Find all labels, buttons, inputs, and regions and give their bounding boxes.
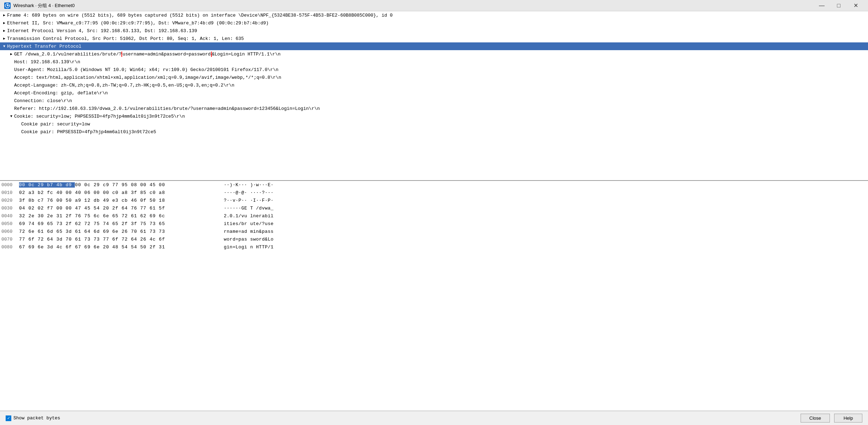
hex-byte: 64	[84, 229, 94, 234]
hex-byte: 73	[84, 237, 94, 242]
tree-row-ip[interactable]: ▶Internet Protocol Version 4, Src: 192.1…	[0, 27, 868, 35]
tree-row-frame[interactable]: ▶Frame 4: 689 bytes on wire (5512 bits),…	[0, 11, 868, 19]
hex-byte: 72	[19, 229, 28, 234]
hex-bytes: 32 2e 30 2e 31 2f 76 75 6c 6e 65 72 61 6…	[19, 213, 224, 219]
close-button[interactable]: Close	[801, 414, 830, 423]
hex-byte: 65	[112, 221, 121, 226]
hex-byte: a8	[159, 190, 165, 195]
tree-row-accept-enc[interactable]: Accept-Encoding: gzip, deflate\r\n	[0, 89, 868, 97]
hex-byte: 85	[140, 190, 149, 195]
hex-byte: 6f	[112, 237, 121, 242]
hex-byte: 2f	[66, 221, 75, 226]
tree-row-referer[interactable]: Referer: http://192.168.63.139/dvwa_2.0.…	[0, 105, 868, 112]
app-icon	[4, 2, 11, 9]
hex-row[interactable]: 004032 2e 30 2e 31 2f 76 75 6c 6e 65 72 …	[0, 212, 868, 220]
tree-row-http[interactable]: ▼Hypertext Transfer Protocol	[0, 42, 868, 50]
tree-row-tcp[interactable]: ▶Transmission Control Protocol, Src Port…	[0, 35, 868, 42]
hex-byte: 77	[19, 237, 28, 242]
hex-byte: a3	[28, 190, 37, 195]
hex-byte: 65	[47, 221, 56, 226]
hex-byte: 61	[75, 237, 84, 242]
hex-row[interactable]: 005069 74 69 65 73 2f 62 72 75 74 65 2f …	[0, 220, 868, 228]
tree-row-ethernet[interactable]: ▶Ethernet II, Src: VMware_c9:77:95 (00:0…	[0, 19, 868, 27]
tree-row-cookie-phpsessid[interactable]: Cookie pair: PHPSESSID=4fp7hjp4mm6alt0ij…	[0, 128, 868, 136]
hex-byte: 00	[159, 182, 165, 188]
tree-row-host[interactable]: Host: 192.168.63.139\r\n	[0, 58, 868, 66]
hex-offset: 0070	[1, 237, 19, 242]
hex-byte: b7	[47, 182, 56, 188]
hex-ascii: ······GE T /dvwa_	[224, 206, 867, 211]
hex-byte: 2f	[112, 206, 121, 211]
tree-row-accept[interactable]: Accept: text/html,application/xhtml+xml,…	[0, 73, 868, 81]
hex-row[interactable]: 006072 6e 61 6d 65 3d 61 64 6d 69 6e 26 …	[0, 228, 868, 235]
hex-byte: 74	[28, 221, 37, 226]
hex-panel[interactable]: 000000 0c 29 b7 4b d9 00 0c 29 c9 77 95 …	[0, 181, 868, 411]
hex-byte: cb	[121, 198, 131, 203]
hex-byte: 48	[112, 244, 121, 250]
hex-byte: 08	[131, 182, 140, 188]
hex-byte: 00	[103, 190, 112, 195]
tree-text: Cookie pair: security=low	[21, 122, 868, 127]
tree-row-get[interactable]: ▶GET /dvwa_2.0.1/vulnerabilities/brute/?…	[0, 50, 868, 58]
tree-text: Cookie: security=low; PHPSESSID=4fp7hjp4…	[14, 114, 868, 119]
show-packet-bytes-label[interactable]: Show packet bytes	[6, 415, 60, 421]
hex-byte: 47	[75, 206, 84, 211]
hex-byte: 3d	[66, 229, 75, 234]
hex-offset: 0000	[1, 182, 19, 188]
hex-byte: 2f	[121, 221, 131, 226]
minimize-button[interactable]: —	[814, 0, 830, 11]
hex-byte: 54	[131, 244, 140, 250]
help-button[interactable]: Help	[834, 414, 862, 423]
tree-row-cookie-security[interactable]: Cookie pair: security=low	[0, 120, 868, 128]
hex-byte: 20	[103, 244, 112, 250]
hex-byte: 6e	[112, 229, 121, 234]
hex-byte: 2e	[28, 213, 37, 219]
maximize-button[interactable]: □	[831, 0, 847, 11]
hex-offset: 0050	[1, 221, 19, 226]
hex-byte: 0c	[28, 182, 37, 188]
hex-byte: c9	[103, 182, 112, 188]
hex-byte: 73	[150, 229, 159, 234]
hex-row[interactable]: 003004 02 02 f7 00 00 47 45 54 20 2f 64 …	[0, 204, 868, 212]
tree-text: Accept: text/html,application/xhtml+xml,…	[14, 75, 868, 80]
hex-byte: 40	[75, 190, 84, 195]
close-button[interactable]: ✕	[848, 0, 864, 11]
hex-byte: 50	[140, 244, 149, 250]
hex-ascii: ities/br ute/?use	[224, 221, 867, 226]
hex-offset: 0040	[1, 213, 19, 219]
hex-byte: a8	[121, 190, 131, 195]
hex-bytes: 67 69 6e 3d 4c 6f 67 69 6e 20 48 54 54 5…	[19, 244, 224, 250]
show-packet-bytes-checkbox[interactable]	[6, 415, 11, 421]
packet-detail-panel[interactable]: ▶Frame 4: 689 bytes on wire (5512 bits),…	[0, 11, 868, 181]
tree-row-accept-lang[interactable]: Accept-Language: zh-CN,zh;q=0.8,zh-TW;q=…	[0, 81, 868, 89]
hex-byte: 62	[75, 221, 84, 226]
hex-row[interactable]: 008067 69 6e 3d 4c 6f 67 69 6e 20 48 54 …	[0, 243, 868, 251]
hex-byte: 26	[140, 237, 149, 242]
hex-byte: 6c	[159, 213, 165, 219]
hex-byte: 61	[38, 229, 47, 234]
hex-byte: 4c	[150, 237, 159, 242]
hex-byte: 75	[94, 221, 103, 226]
hex-byte: 64	[47, 237, 56, 242]
hex-ascii: ····@·@· ····?···	[224, 190, 867, 195]
hex-offset: 0020	[1, 198, 19, 203]
tree-text: Accept-Language: zh-CN,zh;q=0.8,zh-TW;q=…	[14, 83, 868, 88]
hex-row[interactable]: 00203f 8b c7 76 00 50 a9 12 db 49 e3 cb …	[0, 196, 868, 204]
hex-byte: b2	[38, 190, 47, 195]
hex-row[interactable]: 000000 0c 29 b7 4b d9 00 0c 29 c9 77 95 …	[0, 181, 868, 189]
tree-arrow: ▼	[8, 114, 14, 118]
tree-text: GET /dvwa_2.0.1/vulnerabilities/brute/?u…	[14, 52, 868, 57]
tree-row-user-agent[interactable]: User-Agent: Mozilla/5.0 (Windows NT 10.0…	[0, 66, 868, 73]
url-highlight: username=admin&password=password	[121, 52, 212, 57]
hex-byte: 45	[84, 206, 94, 211]
hex-row[interactable]: 007077 6f 72 64 3d 70 61 73 73 77 6f 72 …	[0, 235, 868, 243]
tree-row-connection[interactable]: Connection: close\r\n	[0, 97, 868, 105]
hex-byte: 26	[121, 229, 131, 234]
tree-row-cookie[interactable]: ▼Cookie: security=low; PHPSESSID=4fp7hjp…	[0, 112, 868, 120]
hex-byte: 20	[103, 206, 112, 211]
hex-row[interactable]: 001002 a3 b2 fc 40 00 40 06 00 00 c0 a8 …	[0, 189, 868, 196]
hex-byte: 75	[140, 221, 149, 226]
hex-byte: 31	[159, 244, 165, 250]
hex-byte: 6f	[28, 237, 37, 242]
hex-offset: 0010	[1, 190, 19, 195]
